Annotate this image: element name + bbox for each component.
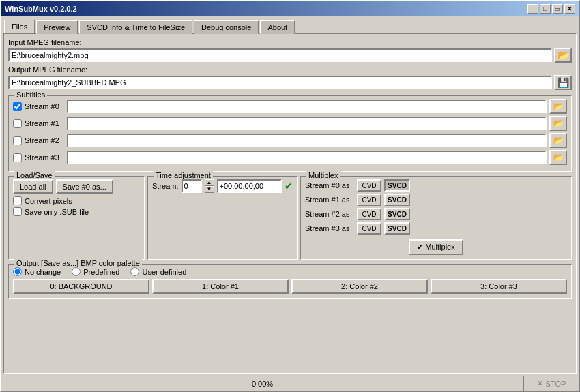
stream-3-checkbox[interactable] — [13, 153, 22, 162]
minimize-button[interactable]: _ — [527, 4, 538, 14]
output-mpeg-input[interactable] — [8, 76, 552, 89]
stream-1-svcd-button[interactable]: SVCD — [384, 194, 410, 206]
input-mpeg-input[interactable] — [8, 48, 552, 62]
stream-2-input[interactable] — [67, 134, 547, 147]
time-adjustment-group: Time adjustment Stream: ▲ ▼ ✔ — [147, 176, 298, 260]
spinner-down[interactable]: ▼ — [205, 186, 214, 193]
multiplex-row-2: Stream #2 as CVD SVCD — [305, 208, 567, 220]
tab-bar: Files Preview SVCD Info & Time to FileSi… — [3, 18, 577, 33]
tab-files[interactable]: Files — [4, 20, 35, 33]
output-group-label: Output [Save as...] BMP color palette — [14, 259, 142, 267]
stream-spinner-input[interactable] — [182, 179, 202, 193]
multiplex-row-3: Stream #3 as CVD SVCD — [305, 222, 567, 235]
radio-row: No change Predefined User definied — [13, 267, 567, 276]
output-group: Output [Save as...] BMP color palette No… — [8, 264, 572, 299]
bottom-section: Load/Save Load all Save #0 as... Convert… — [8, 176, 572, 260]
subtitles-group: Subtitles Stream #0 📂 Stream #1 📂 Stre — [8, 95, 572, 172]
stream-3-label: Stream #3 — [25, 153, 64, 162]
restore-button[interactable]: ▭ — [552, 4, 563, 14]
multiplex-stream-2-label: Stream #2 as — [305, 210, 354, 218]
stream-3-svcd-button[interactable]: SVCD — [384, 222, 410, 235]
close-button[interactable]: ✕ — [564, 4, 575, 14]
spinner-arrows: ▲ ▼ — [205, 179, 214, 193]
time-row: Stream: ▲ ▼ ✔ — [152, 179, 293, 193]
color-buttons-row: 0: BACKGROUND 1: Color #1 2: Color #2 3:… — [13, 279, 567, 294]
stream-row-2: Stream #2 📂 — [13, 133, 567, 148]
tab-preview[interactable]: Preview — [36, 20, 78, 34]
no-change-label: No change — [25, 268, 61, 276]
stream-row-3: Stream #3 📂 — [13, 150, 567, 165]
tab-debug-console[interactable]: Debug console — [194, 20, 259, 34]
predefined-label: Predefined — [83, 268, 119, 276]
multiplex-group: Multiplex Stream #0 as CVD SVCD Stream #… — [300, 176, 572, 260]
save-only-sub-row: Save only .SUB file — [13, 207, 140, 216]
multiplex-row-1: Stream #1 as CVD SVCD — [305, 194, 567, 206]
stream-0-label: Stream #0 — [25, 102, 64, 110]
stream-1-cvd-button[interactable]: CVD — [357, 194, 381, 206]
user-defined-label: User definied — [142, 268, 186, 276]
stream-3-cvd-button[interactable]: CVD — [357, 222, 381, 235]
multiplex-stream-0-label: Stream #0 as — [305, 181, 354, 190]
output-mpeg-browse-button[interactable]: 💾 — [554, 75, 572, 90]
convert-pixels-row: Convert pixels — [13, 196, 140, 205]
progress-text: 0,00% — [252, 380, 273, 388]
input-mpeg-browse-button[interactable]: 📂 — [554, 48, 572, 63]
titlebar: WinSubMux v0.2.0.2 _ □ ▭ ✕ — [1, 1, 579, 16]
stream-3-browse-button[interactable]: 📂 — [549, 150, 567, 165]
stream-1-browse-button[interactable]: 📂 — [549, 116, 567, 131]
color-0-button[interactable]: 0: BACKGROUND — [13, 279, 149, 294]
output-mpeg-row: 💾 — [8, 75, 572, 90]
stream-1-checkbox[interactable] — [13, 119, 22, 128]
color-3-button[interactable]: 3: Color #3 — [431, 279, 567, 294]
time-confirm-button[interactable]: ✔ — [285, 181, 293, 192]
output-mpeg-label: Output MPEG filename: — [8, 65, 572, 74]
load-all-button[interactable]: Load all — [13, 179, 53, 194]
save-button[interactable]: Save #0 as... — [56, 179, 113, 194]
window-title: WinSubMux v0.2.0.2 — [5, 5, 77, 13]
stream-0-checkbox[interactable] — [13, 102, 22, 111]
main-window: WinSubMux v0.2.0.2 _ □ ▭ ✕ Files Preview… — [0, 0, 580, 392]
stream-2-browse-button[interactable]: 📂 — [549, 133, 567, 148]
convert-pixels-checkbox[interactable] — [13, 196, 22, 205]
user-defined-radio[interactable] — [130, 267, 139, 276]
subtitles-group-label: Subtitles — [14, 91, 47, 99]
stream-3-input[interactable] — [67, 151, 547, 164]
no-change-radio[interactable] — [13, 267, 22, 276]
multiplex-stream-1-label: Stream #1 as — [305, 196, 354, 204]
input-mpeg-field: Input MPEG filename: 📂 — [8, 38, 572, 63]
stream-2-checkbox[interactable] — [13, 136, 22, 145]
predefined-radio[interactable] — [72, 267, 81, 276]
stream-2-svcd-button[interactable]: SVCD — [384, 208, 410, 220]
spinner-up[interactable]: ▲ — [205, 179, 214, 186]
progress-display: 0,00% — [1, 376, 524, 391]
time-adj-group-label: Time adjustment — [154, 171, 213, 179]
stream-2-cvd-button[interactable]: CVD — [357, 208, 381, 220]
tab-about[interactable]: About — [260, 20, 295, 34]
stream-0-input[interactable] — [67, 100, 547, 113]
convert-pixels-label: Convert pixels — [25, 197, 72, 205]
maximize-button[interactable]: □ — [540, 4, 551, 14]
stop-icon: ✕ — [537, 379, 543, 388]
multiplex-button[interactable]: ✔ Multiplex — [409, 239, 463, 255]
load-save-buttons: Load all Save #0 as... — [13, 179, 140, 194]
color-2-button[interactable]: 2: Color #2 — [291, 279, 428, 294]
stream-label: Stream: — [152, 182, 179, 190]
output-mpeg-field: Output MPEG filename: 💾 — [8, 65, 572, 90]
stream-1-input[interactable] — [67, 117, 547, 130]
tab-svcd-info[interactable]: SVCD Info & Time to FileSize — [79, 20, 192, 34]
save-only-sub-checkbox[interactable] — [13, 207, 22, 216]
color-1-button[interactable]: 1: Color #1 — [152, 279, 289, 294]
stream-0-browse-button[interactable]: 📂 — [549, 99, 567, 114]
titlebar-buttons: _ □ ▭ ✕ — [527, 4, 575, 14]
multiplex-row-0: Stream #0 as CVD SVCD — [305, 179, 567, 192]
save-only-sub-label: Save only .SUB file — [25, 208, 89, 216]
time-value-input[interactable] — [217, 179, 282, 193]
tab-content-files: Input MPEG filename: 📂 Output MPEG filen… — [3, 33, 577, 374]
stream-0-svcd-button[interactable]: SVCD — [384, 179, 410, 192]
input-mpeg-label: Input MPEG filename: — [8, 38, 572, 46]
stream-row-1: Stream #1 📂 — [13, 116, 567, 131]
multiplex-stream-3-label: Stream #3 as — [305, 224, 354, 232]
stop-label: STOP — [546, 380, 566, 388]
stream-1-label: Stream #1 — [25, 119, 64, 127]
stream-0-cvd-button[interactable]: CVD — [357, 179, 381, 192]
